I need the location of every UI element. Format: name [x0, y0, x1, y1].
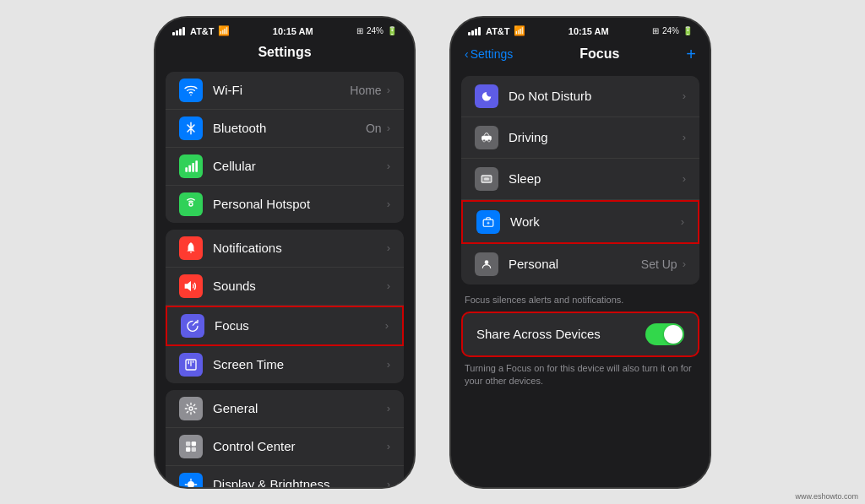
- wifi-row[interactable]: Wi-Fi Home ›: [166, 72, 404, 110]
- notifications-group: Notifications › Sounds › F: [166, 230, 404, 383]
- screen-icon-1: ⊞: [356, 26, 363, 35]
- display-row[interactable]: Display & Brightness ›: [166, 466, 404, 487]
- control-center-row[interactable]: Control Center ›: [166, 428, 404, 466]
- watermark: www.eshowto.com: [795, 492, 858, 501]
- focus-section-note: Focus silences alerts and notifications.: [451, 291, 710, 312]
- bluetooth-chevron: ›: [387, 122, 390, 134]
- screentime-label: Screen Time: [213, 357, 387, 371]
- battery-percent-1: 24%: [367, 26, 384, 35]
- focus-content: Do Not Disturb › Driving ›: [451, 71, 710, 487]
- focus-items-group: Do Not Disturb › Driving ›: [461, 76, 699, 285]
- display-label: Display & Brightness: [213, 477, 387, 487]
- work-label: Work: [510, 214, 681, 229]
- sleep-label: Sleep: [509, 171, 683, 186]
- screentime-icon: [179, 353, 203, 377]
- do-not-disturb-icon: [475, 84, 498, 108]
- share-across-devices-row[interactable]: Share Across Devices: [461, 312, 699, 357]
- battery-percent-2: 24%: [662, 26, 679, 35]
- svg-rect-10: [186, 447, 190, 451]
- driving-label: Driving: [509, 130, 683, 144]
- control-center-label: Control Center: [213, 439, 387, 453]
- do-not-disturb-chevron: ›: [683, 89, 686, 102]
- svg-point-27: [485, 260, 489, 264]
- svg-rect-25: [484, 177, 489, 181]
- driving-row[interactable]: Driving ›: [461, 117, 699, 159]
- back-chevron-icon: ‹: [465, 47, 469, 61]
- cellular-row[interactable]: Cellular ›: [166, 148, 404, 186]
- carrier-1: AT&T: [190, 26, 215, 36]
- signal-bar-2: [176, 30, 178, 35]
- personal-row[interactable]: Personal Set Up ›: [461, 244, 699, 285]
- screentime-row[interactable]: Screen Time ›: [166, 346, 404, 383]
- status-bar-1: AT&T 📶 10:15 AM ⊞ 24% 🔋: [155, 18, 414, 41]
- work-row[interactable]: Work ›: [461, 200, 699, 244]
- display-chevron: ›: [387, 478, 390, 487]
- share-note: Turning a Focus on for this device will …: [451, 357, 710, 393]
- time-1: 10:15 AM: [273, 26, 313, 36]
- general-row[interactable]: General ›: [166, 390, 404, 428]
- focus-nav-header: ‹ Settings Focus +: [451, 41, 710, 71]
- back-button[interactable]: ‹ Settings: [465, 47, 513, 61]
- focus-label: Focus: [215, 318, 385, 333]
- wifi-icon: [179, 79, 203, 102]
- signal-bar-4: [182, 27, 185, 35]
- do-not-disturb-row[interactable]: Do Not Disturb ›: [461, 76, 699, 117]
- svg-point-7: [189, 407, 193, 410]
- bluetooth-row[interactable]: Bluetooth On ›: [166, 110, 404, 148]
- sleep-chevron: ›: [683, 172, 686, 185]
- status-bar-2: AT&T 📶 10:15 AM ⊞ 24% 🔋: [451, 18, 710, 41]
- svg-rect-8: [186, 442, 190, 446]
- wifi-value: Home: [350, 84, 381, 97]
- notifications-row[interactable]: Notifications ›: [166, 230, 404, 268]
- do-not-disturb-label: Do Not Disturb: [509, 89, 683, 103]
- sleep-row[interactable]: Sleep ›: [461, 159, 699, 200]
- general-label: General: [213, 401, 387, 415]
- share-toggle[interactable]: [645, 323, 684, 345]
- phone-settings: AT&T 📶 10:15 AM ⊞ 24% 🔋 Settings: [154, 16, 416, 489]
- sounds-row[interactable]: Sounds ›: [166, 268, 404, 306]
- hotspot-row[interactable]: Personal Hotspot ›: [166, 186, 404, 223]
- svg-rect-11: [192, 447, 196, 451]
- sounds-label: Sounds: [213, 279, 387, 293]
- cellular-chevron: ›: [387, 160, 390, 172]
- add-focus-button[interactable]: +: [686, 45, 696, 64]
- driving-chevron: ›: [683, 131, 686, 144]
- focus-icon: [181, 314, 204, 338]
- notifications-icon: [179, 236, 203, 260]
- general-group: General › Control Center ›: [166, 390, 404, 487]
- network-group: Wi-Fi Home › Bluetooth On ›: [166, 72, 404, 223]
- sounds-icon: [179, 274, 203, 298]
- notifications-label: Notifications: [213, 241, 387, 255]
- focus-chevron: ›: [385, 319, 389, 332]
- wifi-chevron: ›: [387, 84, 390, 96]
- work-icon: [476, 210, 500, 234]
- bluetooth-icon: [179, 117, 203, 140]
- svg-marker-5: [185, 282, 190, 290]
- general-icon: [179, 397, 203, 420]
- sounds-chevron: ›: [387, 279, 390, 292]
- hotspot-label: Personal Hotspot: [213, 197, 387, 211]
- status-carrier-2: AT&T 📶: [468, 25, 525, 36]
- status-right-1: ⊞ 24% 🔋: [356, 26, 397, 35]
- back-label: Settings: [471, 47, 514, 61]
- wifi-label: Wi-Fi: [213, 83, 350, 97]
- sleep-icon: [475, 167, 498, 191]
- bluetooth-label: Bluetooth: [213, 121, 366, 135]
- settings-title: Settings: [169, 45, 400, 60]
- svg-rect-3: [195, 160, 198, 171]
- svg-rect-1: [188, 165, 191, 171]
- control-center-chevron: ›: [387, 440, 390, 453]
- personal-chevron: ›: [683, 257, 686, 270]
- control-center-icon: [179, 435, 203, 458]
- focus-screen: Do Not Disturb › Driving ›: [451, 71, 710, 487]
- wifi-icon-2: 📶: [514, 25, 525, 36]
- svg-point-4: [189, 203, 193, 206]
- status-carrier-1: AT&T 📶: [172, 25, 230, 36]
- battery-icon-2: 🔋: [683, 26, 693, 35]
- hotspot-icon: [179, 192, 203, 216]
- status-right-2: ⊞ 24% 🔋: [652, 26, 693, 35]
- carrier-2: AT&T: [486, 26, 510, 36]
- battery-icon-1: 🔋: [387, 26, 397, 35]
- wifi-icon-1: 📶: [218, 25, 230, 36]
- focus-row[interactable]: Focus ›: [166, 306, 404, 346]
